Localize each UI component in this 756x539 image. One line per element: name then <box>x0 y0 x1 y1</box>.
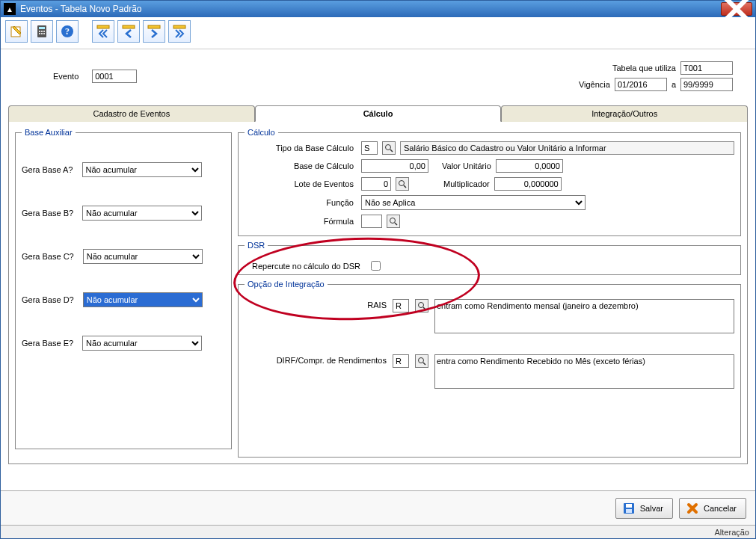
tabela-input[interactable] <box>680 61 733 75</box>
svg-rect-7 <box>43 31 45 32</box>
dirf-desc[interactable]: entra como Rendimento Recebido no Mês (e… <box>434 354 734 389</box>
vigencia-label: Vigência <box>579 80 610 89</box>
close-button[interactable] <box>721 2 752 16</box>
calculator-icon <box>34 24 49 39</box>
svg-line-24 <box>423 307 425 309</box>
statusbar: Alteração <box>1 525 755 538</box>
tab-cadastro[interactable]: Cadastro de Eventos <box>8 105 255 122</box>
lote-lookup-button[interactable] <box>396 177 409 191</box>
svg-rect-28 <box>626 504 632 508</box>
formula-input[interactable] <box>361 215 382 228</box>
svg-line-20 <box>404 185 406 188</box>
toolbar: ? <box>1 17 755 49</box>
titlebar: ▲ Eventos - Tabela Novo Padrão <box>1 1 755 17</box>
svg-rect-10 <box>43 33 45 34</box>
svg-point-21 <box>390 218 396 224</box>
vigencia-to-input[interactable] <box>680 78 733 91</box>
mult-label: Multiplicador <box>443 179 490 188</box>
base-e-label: Gera Base E? <box>22 339 73 348</box>
base-c-select[interactable]: Não acumular <box>83 249 203 264</box>
funcao-label: Função <box>245 198 357 207</box>
svg-rect-9 <box>41 33 43 34</box>
dsr-checkbox[interactable] <box>371 261 381 271</box>
fieldset-dsr: DSR Repercute no cálculo do DSR <box>238 241 741 275</box>
dirf-lookup-button[interactable] <box>415 354 428 368</box>
legend-calculo: Cálculo <box>245 128 278 137</box>
left-icon <box>121 24 136 39</box>
tabela-label: Tabela que utiliza <box>612 64 676 73</box>
status-mode: Alteração <box>715 528 749 537</box>
svg-text:?: ? <box>65 26 70 37</box>
svg-line-26 <box>423 363 425 365</box>
search-icon <box>398 179 407 188</box>
window: ▲ Eventos - Tabela Novo Padrão ? Evento … <box>0 0 756 539</box>
right-column: Cálculo Tipo da Base Cálculo Salário Bás… <box>238 128 741 458</box>
svg-rect-16 <box>173 25 185 28</box>
funcao-select[interactable]: Não se Aplica <box>361 195 586 210</box>
rais-lookup-button[interactable] <box>415 299 428 312</box>
tipo-base-code-input[interactable] <box>361 141 378 155</box>
cancel-icon <box>686 502 699 515</box>
content: Evento Tabela que utiliza Vigência a Cad… <box>1 49 755 490</box>
fieldset-integracao: Opção de Integração RAIS entram como Ren… <box>238 280 741 458</box>
svg-rect-14 <box>123 25 135 28</box>
base-e-select[interactable]: Não acumular <box>82 336 202 351</box>
evento-input[interactable] <box>92 70 137 83</box>
nav-prev-button[interactable] <box>117 20 140 43</box>
save-icon <box>622 502 636 515</box>
tipo-base-lookup-button[interactable] <box>382 141 396 155</box>
lote-input[interactable] <box>361 177 391 191</box>
search-icon <box>417 357 426 366</box>
evento-label: Evento <box>53 72 79 81</box>
tipo-base-label: Tipo da Base Cálculo <box>245 144 357 153</box>
mult-input[interactable] <box>494 177 562 191</box>
svg-rect-5 <box>39 31 40 32</box>
dirf-code-input[interactable] <box>393 354 409 368</box>
lote-label: Lote de Eventos <box>245 179 357 188</box>
vigencia-from-input[interactable] <box>615 78 667 91</box>
double-right-icon <box>172 24 187 39</box>
double-left-icon <box>96 24 111 39</box>
cancelar-button[interactable]: Cancelar <box>679 498 746 519</box>
rais-desc[interactable]: entram como Rendimento mensal (janeiro a… <box>434 299 734 333</box>
svg-point-23 <box>419 303 424 308</box>
svg-rect-13 <box>97 25 109 28</box>
tabstrip: Cadastro de Eventos Cálculo Integração/O… <box>8 105 748 122</box>
right-icon <box>147 24 162 39</box>
nav-first-button[interactable] <box>92 20 114 43</box>
valor-unit-input[interactable] <box>496 159 563 173</box>
salvar-label: Salvar <box>640 504 663 513</box>
search-icon <box>389 217 398 226</box>
base-a-select[interactable]: Não acumular <box>82 162 202 177</box>
base-calc-input[interactable] <box>361 159 428 173</box>
base-d-select[interactable]: Não acumular <box>83 292 203 307</box>
svg-rect-29 <box>626 509 632 513</box>
cancelar-label: Cancelar <box>704 504 737 513</box>
search-icon <box>384 144 393 153</box>
base-calc-label: Base de Cálculo <box>245 161 357 170</box>
tab-integracao[interactable]: Integração/Outros <box>501 105 748 122</box>
formula-lookup-button[interactable] <box>387 215 400 228</box>
dirf-label: DIRF/Compr. de Rendimentos <box>245 354 387 365</box>
salvar-button[interactable]: Salvar <box>615 498 673 519</box>
svg-rect-6 <box>41 31 43 32</box>
dsr-label: Repercute no cálculo do DSR <box>252 262 360 271</box>
base-b-label: Gera Base B? <box>22 209 73 218</box>
nav-next-button[interactable] <box>143 20 165 43</box>
valor-unit-label: Valor Unitário <box>442 161 491 170</box>
help-icon: ? <box>60 24 75 39</box>
formula-label: Fórmula <box>245 217 357 226</box>
nav-last-button[interactable] <box>168 20 191 43</box>
base-d-label: Gera Base D? <box>22 295 74 304</box>
rais-code-input[interactable] <box>393 299 409 312</box>
base-b-select[interactable]: Não acumular <box>82 206 202 221</box>
svg-line-18 <box>390 150 393 152</box>
svg-line-22 <box>395 223 397 225</box>
legend-integracao: Opção de Integração <box>245 280 328 289</box>
tab-calculo[interactable]: Cálculo <box>255 105 502 122</box>
help-button[interactable]: ? <box>56 20 79 43</box>
calc-button[interactable] <box>31 20 53 43</box>
edit-button[interactable] <box>5 20 28 43</box>
tabpane-calculo: Base Auxiliar Gera Base A? Não acumular … <box>8 122 748 464</box>
svg-rect-4 <box>39 27 45 29</box>
